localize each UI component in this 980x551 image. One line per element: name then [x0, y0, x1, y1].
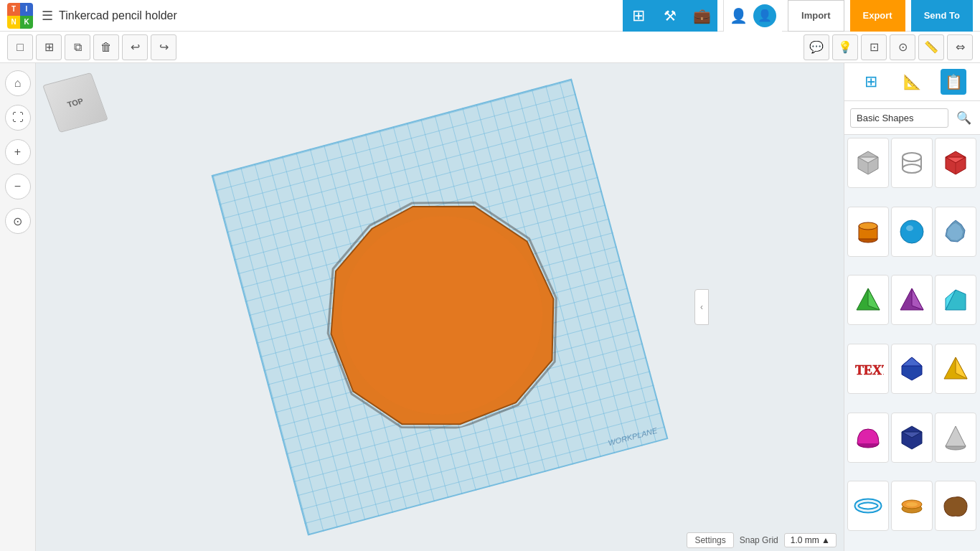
svg-point-41 — [906, 502, 918, 507]
sphere-shape-item[interactable] — [891, 207, 933, 257]
text-shape-item[interactable]: TEXT — [847, 344, 889, 394]
svg-marker-28 — [902, 357, 922, 366]
zoom-out-btn[interactable]: − — [5, 174, 31, 199]
pyramid-yellow-shape-item[interactable] — [935, 344, 976, 394]
gem-shape-item[interactable] — [891, 344, 933, 394]
left-sidebar: ⌂ ⛶ + − ⊙ — [0, 63, 36, 551]
add-user-btn[interactable]: 👤 — [730, 7, 748, 24]
main-shape[interactable] — [291, 158, 589, 456]
delete-btn[interactable]: 🗑 — [93, 34, 119, 60]
grid-view-panel-btn[interactable]: ⊞ — [858, 69, 884, 95]
group-btn[interactable]: ⊞ — [36, 34, 62, 60]
fit-btn[interactable]: ⛶ — [5, 105, 31, 131]
panel-top-icons: ⊞ 📐 📋 — [844, 63, 980, 101]
perspective-btn[interactable]: ⊙ — [5, 208, 31, 234]
settings-btn[interactable]: Settings — [687, 532, 733, 548]
canvas-area[interactable]: TOP WORKPLANE ‹ Settings Snap — [36, 63, 844, 551]
import-btn[interactable]: Import — [788, 0, 844, 32]
pyramid-green-shape-item[interactable] — [847, 275, 889, 325]
svg-point-2 — [319, 194, 565, 437]
profile-avatar[interactable]: 👤 — [753, 4, 776, 27]
svg-point-6 — [903, 153, 921, 161]
snap-grid-label: Snap Grid — [740, 535, 778, 545]
main-area: ⌂ ⛶ + − ⊙ TOP WORKPLANE — [0, 63, 980, 551]
ruler-panel-btn[interactable]: 📐 — [899, 69, 925, 95]
wedge-shape-item[interactable] — [935, 275, 976, 325]
dome-shape-item[interactable] — [847, 413, 889, 463]
logo-k: K — [20, 16, 33, 29]
ring-shape-item[interactable] — [891, 481, 933, 531]
flip-tool-btn[interactable]: ⇔ — [947, 34, 973, 60]
shapes-grid: TEXT — [844, 135, 980, 551]
ruler-tool-btn[interactable]: 📏 — [918, 34, 944, 60]
snap-value[interactable]: 1.0 mm ▲ — [784, 533, 837, 547]
grid-watermark: WORKPLANE — [607, 426, 658, 448]
blob-shape-item[interactable] — [935, 481, 976, 531]
duplicate-btn[interactable]: ⧉ — [65, 34, 90, 60]
document-icon[interactable]: ☰ — [42, 8, 53, 24]
cylinder-shape-item[interactable] — [847, 207, 889, 257]
shape-selector: Basic Shapes 🔍 — [844, 101, 980, 135]
status-bar: Settings Snap Grid 1.0 mm ▲ — [679, 529, 844, 551]
svg-marker-36 — [946, 426, 966, 446]
pyramid-purple-shape-item[interactable] — [891, 275, 933, 325]
shape-dropdown[interactable]: Basic Shapes — [850, 108, 948, 128]
tinkercad-logo[interactable]: T I N K — [7, 3, 33, 29]
undo-btn[interactable]: ↩ — [122, 34, 148, 60]
light-tool-btn[interactable]: 💡 — [832, 34, 858, 60]
cylinder-hole-shape-item[interactable] — [891, 138, 933, 188]
redo-btn[interactable]: ↪ — [151, 34, 176, 60]
grid-plane: WORKPLANE — [212, 79, 669, 536]
toolbar: □ ⊞ ⧉ 🗑 ↩ ↪ 💬 💡 ⊡ ⊙ 📏 ⇔ — [0, 32, 980, 63]
noise-shape-item[interactable] — [935, 207, 976, 257]
export-btn[interactable]: Export — [850, 0, 905, 32]
comment-panel-btn[interactable]: 📋 — [941, 69, 966, 95]
svg-point-17 — [906, 225, 913, 231]
svg-text:TEXT: TEXT — [855, 363, 884, 377]
zoom-in-btn[interactable]: + — [5, 139, 31, 165]
cone-shape-item[interactable] — [935, 413, 976, 463]
logo-n: N — [7, 16, 20, 29]
align-tool-btn[interactable]: ⊡ — [861, 34, 887, 60]
search-icon-btn[interactable]: 🔍 — [953, 107, 974, 128]
group-tool-btn[interactable]: ⊙ — [890, 34, 915, 60]
svg-point-7 — [903, 164, 921, 173]
box-shape-item[interactable] — [847, 138, 889, 188]
torus-shape-item[interactable] — [847, 481, 889, 531]
workplane: WORKPLANE — [212, 79, 669, 536]
view-cube-top[interactable]: TOP — [42, 72, 108, 133]
right-panel: ⊞ 📐 📋 Basic Shapes 🔍 — [844, 63, 980, 551]
home-btn[interactable]: ⌂ — [5, 70, 31, 96]
briefcase-btn[interactable]: 💼 — [686, 0, 717, 32]
svg-point-16 — [900, 220, 923, 243]
svg-point-15 — [859, 222, 877, 230]
box-red-shape-item[interactable] — [935, 138, 976, 188]
topbar: T I N K ☰ Tinkercad pencil holder ⊞ ⚒ 💼 … — [0, 0, 980, 32]
panel-toggle-btn[interactable]: ‹ — [694, 289, 709, 325]
logo-t: T — [7, 3, 20, 16]
box-blue-shape-item[interactable] — [891, 413, 933, 463]
logo-i: I — [20, 3, 33, 16]
comment-tool-btn[interactable]: 💬 — [804, 34, 829, 60]
grid-view-btn[interactable]: ⊞ — [623, 0, 654, 32]
sendto-btn[interactable]: Send To — [911, 0, 973, 32]
new-shape-btn[interactable]: □ — [7, 34, 33, 60]
document-title[interactable]: Tinkercad pencil holder — [59, 9, 617, 22]
build-btn[interactable]: ⚒ — [654, 0, 686, 32]
view-cube[interactable]: TOP — [50, 77, 100, 128]
